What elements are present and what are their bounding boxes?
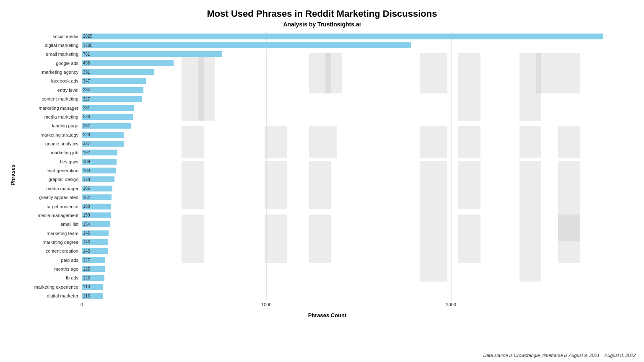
bar-label: media manager bbox=[19, 186, 82, 191]
bar-value-label: 391 bbox=[83, 70, 90, 75]
bar-fill: 498 bbox=[82, 60, 174, 66]
table-row: google analytics227 bbox=[19, 139, 636, 148]
bar-fill: 162 bbox=[82, 194, 112, 200]
bar-label: paid ads bbox=[19, 258, 82, 263]
bar-fill: 227 bbox=[82, 141, 124, 147]
bar-value-label: 192 bbox=[83, 150, 90, 155]
bar-fill: 143 bbox=[82, 248, 108, 254]
bar-row: 154 bbox=[82, 221, 636, 227]
bar-row: 267 bbox=[82, 123, 636, 129]
bar-row: 1785 bbox=[82, 42, 636, 48]
bar-value-label: 125 bbox=[83, 267, 90, 272]
table-row: social media2825 bbox=[19, 32, 636, 41]
bar-fill: 228 bbox=[82, 132, 124, 138]
bar-row: 192 bbox=[82, 150, 636, 155]
bar-value-label: 183 bbox=[83, 168, 90, 173]
bar-row: 334 bbox=[82, 87, 636, 93]
bar-label: content marketing bbox=[19, 96, 82, 101]
table-row: entry level334 bbox=[19, 85, 636, 94]
bar-label: media marketing bbox=[19, 114, 82, 119]
bar-label: media management bbox=[19, 213, 82, 218]
table-row: marketing job192 bbox=[19, 148, 636, 157]
table-row: digital marketing1785 bbox=[19, 41, 636, 49]
bar-value-label: 189 bbox=[83, 159, 90, 164]
bar-label: entry level bbox=[19, 88, 82, 93]
x-tick: 0 bbox=[80, 302, 83, 307]
bar-value-label: 2825 bbox=[83, 34, 92, 39]
bar-label: hey guys bbox=[19, 159, 82, 164]
table-row: fb ads123 bbox=[19, 274, 636, 282]
bar-value-label: 227 bbox=[83, 141, 90, 146]
table-row: media management159 bbox=[19, 211, 636, 220]
bar-label: landing page bbox=[19, 123, 82, 128]
bar-row: 143 bbox=[82, 248, 636, 254]
bar-label: marketing agency bbox=[19, 70, 82, 75]
bar-fill: 761 bbox=[82, 51, 222, 57]
bar-value-label: 123 bbox=[83, 276, 90, 280]
table-row: digital marketer113 bbox=[19, 291, 636, 300]
bar-row: 160 bbox=[82, 204, 636, 209]
bar-fill: 267 bbox=[82, 123, 131, 129]
bar-fill: 347 bbox=[82, 78, 146, 84]
bar-value-label: 159 bbox=[83, 213, 90, 217]
bar-row: 166 bbox=[82, 186, 636, 191]
footnote: Data source is Crowdtangle, timeframe is… bbox=[483, 353, 636, 358]
bar-fill: 2825 bbox=[82, 34, 603, 39]
bar-label: marketing strategy bbox=[19, 132, 82, 137]
bar-row: 228 bbox=[82, 132, 636, 138]
bar-fill: 113 bbox=[82, 284, 103, 290]
table-row: content creation143 bbox=[19, 247, 636, 256]
bar-value-label: 127 bbox=[83, 258, 90, 262]
chart-title: Most Used Phrases in Reddit Marketing Di… bbox=[8, 8, 636, 19]
bar-label: target audience bbox=[19, 204, 82, 209]
bar-fill: 391 bbox=[82, 69, 154, 75]
table-row: facebook ads347 bbox=[19, 77, 636, 85]
bar-row: 178 bbox=[82, 176, 636, 182]
bar-label: digital marketing bbox=[19, 43, 82, 48]
bar-row: 761 bbox=[82, 51, 636, 57]
chart-subtitle: Analysis by TrustInsights.ai bbox=[8, 21, 636, 28]
bar-row: 281 bbox=[82, 105, 636, 111]
bar-row: 276 bbox=[82, 114, 636, 120]
bar-value-label: 498 bbox=[83, 61, 90, 65]
bar-label: google analytics bbox=[19, 141, 82, 146]
bar-value-label: 1785 bbox=[83, 43, 92, 48]
bar-value-label: 143 bbox=[83, 249, 90, 253]
bar-label: google ads bbox=[19, 61, 82, 66]
table-row: marketing degree143 bbox=[19, 238, 636, 246]
table-row: graphic design178 bbox=[19, 175, 636, 184]
bar-label: marketing manager bbox=[19, 106, 82, 111]
bar-value-label: 143 bbox=[83, 240, 90, 244]
table-row: marketing strategy228 bbox=[19, 130, 636, 139]
bar-row: 127 bbox=[82, 257, 636, 263]
table-row: marketing experience113 bbox=[19, 282, 636, 291]
table-row: email marketing761 bbox=[19, 50, 636, 59]
table-row: paid ads127 bbox=[19, 256, 636, 264]
bar-label: marketing job bbox=[19, 150, 82, 155]
bar-value-label: 347 bbox=[83, 79, 90, 83]
bar-fill: 123 bbox=[82, 275, 104, 281]
bar-label: content creation bbox=[19, 248, 82, 253]
bar-label: lead generation bbox=[19, 168, 82, 173]
table-row: google ads498 bbox=[19, 59, 636, 67]
table-row: media manager166 bbox=[19, 184, 636, 193]
bar-row: 113 bbox=[82, 284, 636, 290]
bars-container: social media2825digital marketing1785ema… bbox=[19, 32, 636, 300]
bar-label: marketing team bbox=[19, 231, 82, 236]
bar-label: marketing experience bbox=[19, 284, 82, 290]
bar-fill: 143 bbox=[82, 239, 108, 245]
bar-label: marketing degree bbox=[19, 240, 82, 245]
bar-value-label: 146 bbox=[83, 231, 90, 235]
table-row: landing page267 bbox=[19, 122, 636, 130]
table-row: greatly appreciated162 bbox=[19, 193, 636, 202]
bar-value-label: 228 bbox=[83, 132, 90, 137]
bar-fill: 192 bbox=[82, 150, 117, 155]
bar-row: 162 bbox=[82, 194, 636, 200]
bar-row: 143 bbox=[82, 239, 636, 245]
bar-label: facebook ads bbox=[19, 78, 82, 83]
bar-value-label: 162 bbox=[83, 195, 90, 200]
table-row: email list154 bbox=[19, 220, 636, 229]
bar-label: email marketing bbox=[19, 52, 82, 57]
bar-row: 146 bbox=[82, 230, 636, 236]
bar-fill: 166 bbox=[82, 186, 112, 191]
